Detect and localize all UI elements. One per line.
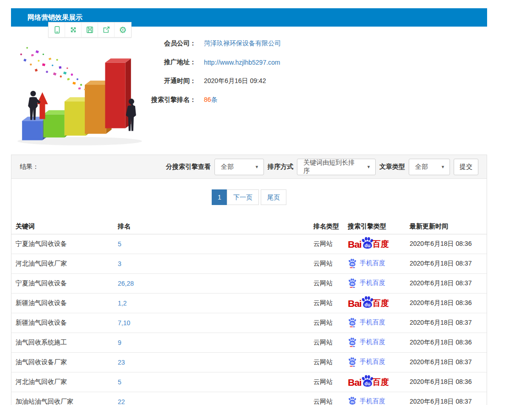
updated-cell: 2020年6月18日 08:37 (410, 319, 472, 326)
svg-text:du: du (364, 302, 370, 307)
rank-link[interactable]: 7,10 (118, 319, 130, 327)
mobile-baidu-label: 手机百度 (360, 318, 385, 327)
mobile-baidu-label: 手机百度 (360, 259, 385, 267)
rank-type-cell: 云网站 (313, 338, 333, 346)
submit-button[interactable]: 提交 (454, 159, 478, 175)
info-value[interactable]: http://www.hzjlhb5297.com (204, 59, 280, 66)
engine-view-select[interactable]: 全部 ▼ (214, 159, 264, 175)
rank-link[interactable]: 5 (118, 240, 121, 248)
rank-link[interactable]: 22 (118, 398, 125, 405)
baidu-logo: Bai du 百度 (348, 295, 389, 311)
svg-text:du: du (351, 262, 354, 266)
mobile-baidu-badge: du 手机百度 (348, 396, 385, 405)
info-row: 推广地址： http://www.hzjlhb5297.com (11, 53, 341, 72)
table-row: 油气回收系统施工 9 云网站 (11, 333, 487, 353)
sort-select[interactable]: 关键词由短到长排序 ▼ (297, 159, 376, 175)
info-value[interactable]: 菏泽玖禄环保设备有限公司 (204, 39, 281, 48)
rank-link[interactable]: 23 (118, 359, 125, 366)
svg-text:du: du (351, 282, 354, 285)
keyword-cell: 油气回收设备厂家 (16, 358, 67, 366)
keyword-cell: 新疆油气回收设备 (16, 299, 67, 306)
ranking-table: 关键词 排名 排名类型 搜索引擎类型 最新更新时间 宁夏油气回收设备 5 云网站… (11, 219, 487, 405)
updated-cell: 2020年6月18日 08:36 (410, 378, 472, 385)
keyword-cell: 宁夏油气回收设备 (16, 279, 67, 287)
next-page-button[interactable]: 下一页 (227, 189, 259, 205)
share-button[interactable] (98, 22, 115, 37)
info-label: 开通时间： (11, 77, 196, 85)
info-row: 开通时间： 2020年6月16日 09:42 (11, 72, 341, 90)
member-info: 会员公司： 菏泽玖禄环保设备有限公司 推广地址： http://www.hzjl… (11, 34, 341, 109)
mobile-baidu-paw-icon: du (348, 258, 357, 268)
results-panel: 结果： 分搜索引擎查看 全部 ▼ 排序方式 关键词由短到长排序 ▼ 文章类型 全… (11, 155, 487, 405)
mobile-baidu-paw-icon: du (348, 317, 357, 327)
rank-link[interactable]: 5 (118, 378, 121, 386)
info-label: 搜索引擎排名： (11, 96, 196, 104)
mobile-baidu-badge: du 手机百度 (348, 337, 385, 347)
rank-type-cell: 云网站 (313, 240, 333, 247)
info-label: 会员公司： (11, 39, 196, 48)
sort-label: 排序方式 (268, 163, 293, 171)
engine-view-label: 分搜索引擎查看 (166, 163, 211, 171)
rank-type-cell: 云网站 (313, 319, 333, 326)
rank-link[interactable]: 1,2 (118, 300, 126, 307)
ranking-count-unit[interactable]: 条 (211, 96, 218, 103)
share-icon (102, 26, 110, 34)
article-type-label: 文章类型 (379, 163, 405, 171)
chevron-down-icon: ▼ (248, 165, 259, 169)
result-label: 结果： (20, 163, 39, 171)
svg-text:du: du (351, 322, 354, 325)
svg-text:du: du (351, 361, 354, 364)
updated-cell: 2020年6月18日 08:37 (410, 358, 472, 366)
table-row: 油气回收设备厂家 23 云网站 (11, 353, 487, 372)
table-header-row: 关键词 排名 排名类型 搜索引擎类型 最新更新时间 (11, 219, 487, 234)
rank-link[interactable]: 9 (118, 339, 121, 346)
rank-type-cell: 云网站 (313, 299, 333, 306)
last-page-button[interactable]: 尾页 (261, 189, 286, 205)
fullscreen-icon (69, 26, 77, 34)
sort-value: 关键词由短到长排序 (303, 159, 360, 175)
rank-link[interactable]: 3 (118, 260, 121, 267)
rank-type-cell: 云网站 (313, 398, 333, 405)
col-header-rank-type: 排名类型 (309, 219, 344, 234)
mobile-baidu-label: 手机百度 (360, 397, 385, 405)
ranking-count-number: 86 (204, 96, 211, 103)
info-row: 搜索引擎排名： 86条 (11, 90, 341, 109)
filter-bar: 结果： 分搜索引擎查看 全部 ▼ 排序方式 关键词由短到长排序 ▼ 文章类型 全… (11, 155, 487, 179)
article-type-select[interactable]: 全部 ▼ (409, 159, 450, 175)
table-row: 加油站油气回收厂家 22 云网站 (11, 392, 487, 405)
save-button[interactable] (82, 22, 98, 37)
page-button-current[interactable]: 1 (212, 189, 227, 205)
mobile-baidu-label: 手机百度 (360, 338, 385, 346)
table-row: 宁夏油气回收设备 5 云网站 Bai (11, 234, 487, 254)
keyword-cell: 油气回收系统施工 (16, 338, 67, 346)
updated-cell: 2020年6月18日 08:36 (410, 240, 472, 247)
save-icon (86, 26, 94, 34)
mobile-baidu-paw-icon: du (348, 277, 357, 288)
mobile-baidu-paw-icon: du (348, 356, 357, 367)
mobile-preview-button[interactable] (49, 22, 65, 37)
mobile-baidu-badge: du 手机百度 (348, 317, 385, 327)
pagination: 1 下一页 尾页 (11, 189, 487, 205)
table-row: 新疆油气回收设备 1,2 云网站 Bai (11, 294, 487, 313)
toolbar: ⚙ (48, 22, 132, 38)
keyword-cell: 河北油气回收厂家 (16, 260, 67, 267)
keyword-cell: 河北油气回收厂家 (16, 378, 67, 385)
baidu-logo: Bai du 百度 (348, 374, 389, 390)
updated-cell: 2020年6月18日 08:37 (410, 260, 472, 267)
col-header-keyword: 关键词 (11, 219, 114, 234)
rank-link[interactable]: 26,28 (118, 280, 134, 287)
ranking-count: 86条 (204, 96, 218, 104)
col-header-engine-type: 搜索引擎类型 (344, 219, 406, 234)
fullscreen-button[interactable] (65, 22, 82, 37)
keyword-cell: 加油站油气回收厂家 (16, 398, 73, 405)
mobile-baidu-paw-icon: du (348, 337, 357, 347)
mobile-baidu-badge: du 手机百度 (348, 356, 385, 367)
info-label: 推广地址： (11, 58, 196, 67)
svg-text:du: du (351, 341, 354, 344)
col-header-updated: 最新更新时间 (406, 219, 487, 234)
updated-cell: 2020年6月18日 08:36 (410, 299, 472, 306)
settings-button[interactable]: ⚙ (115, 22, 131, 37)
main-container: 网络营销效果展示 ⚙ (11, 8, 487, 27)
rank-type-cell: 云网站 (313, 358, 333, 366)
info-value: 2020年6月16日 09:42 (204, 77, 266, 85)
